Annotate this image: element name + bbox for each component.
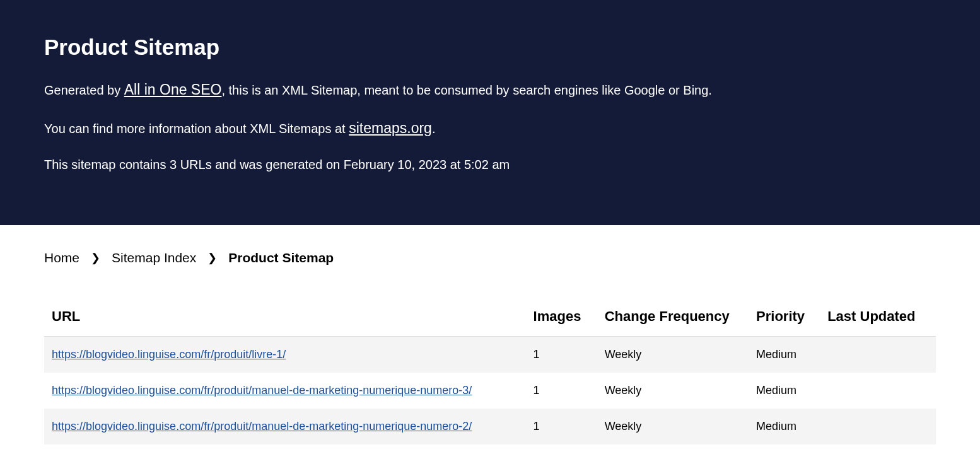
page-title: Product Sitemap [44,35,936,60]
header-line-2-suffix: . [432,122,436,136]
breadcrumb: Home ❯ Sitemap Index ❯ Product Sitemap [44,250,936,265]
cell-frequency: Weekly [597,337,749,373]
breadcrumb-sitemap-index[interactable]: Sitemap Index [112,250,196,265]
column-header-images: Images [526,297,597,337]
header-line-1-prefix: Generated by [44,83,124,97]
column-header-priority: Priority [749,297,820,337]
table-row: https://blogvideo.linguise.com/fr/produi… [44,337,936,373]
cell-updated [820,373,936,409]
header-line-1: Generated by All in One SEO, this is an … [44,79,936,101]
column-header-freq: Change Frequency [597,297,749,337]
aioseo-link[interactable]: All in One SEO [124,81,222,98]
cell-frequency: Weekly [597,373,749,409]
cell-updated [820,337,936,373]
chevron-right-icon: ❯ [91,251,100,265]
url-link[interactable]: https://blogvideo.linguise.com/fr/produi… [52,384,472,397]
url-link[interactable]: https://blogvideo.linguise.com/fr/produi… [52,420,472,433]
cell-priority: Medium [749,409,820,444]
url-link[interactable]: https://blogvideo.linguise.com/fr/produi… [52,348,286,361]
cell-url: https://blogvideo.linguise.com/fr/produi… [44,373,526,409]
sitemap-table: URL Images Change Frequency Priority Las… [44,297,936,444]
sitemaps-org-link[interactable]: sitemaps.org [349,120,432,136]
table-row: https://blogvideo.linguise.com/fr/produi… [44,409,936,444]
table-header-row: URL Images Change Frequency Priority Las… [44,297,936,337]
header-line-2: You can find more information about XML … [44,117,936,139]
cell-images: 1 [526,337,597,373]
content: Home ❯ Sitemap Index ❯ Product Sitemap U… [0,225,980,459]
cell-frequency: Weekly [597,409,749,444]
cell-url: https://blogvideo.linguise.com/fr/produi… [44,337,526,373]
breadcrumb-current: Product Sitemap [228,250,334,265]
cell-priority: Medium [749,373,820,409]
header: Product Sitemap Generated by All in One … [0,0,980,225]
header-line-3: This sitemap contains 3 URLs and was gen… [44,155,936,174]
cell-images: 1 [526,373,597,409]
header-line-1-suffix: , this is an XML Sitemap, meant to be co… [221,83,711,97]
cell-priority: Medium [749,337,820,373]
cell-images: 1 [526,409,597,444]
breadcrumb-home[interactable]: Home [44,250,79,265]
column-header-updated: Last Updated [820,297,936,337]
column-header-url: URL [44,297,526,337]
header-line-2-prefix: You can find more information about XML … [44,122,349,136]
cell-url: https://blogvideo.linguise.com/fr/produi… [44,409,526,444]
cell-updated [820,409,936,444]
chevron-right-icon: ❯ [207,251,217,265]
table-row: https://blogvideo.linguise.com/fr/produi… [44,373,936,409]
